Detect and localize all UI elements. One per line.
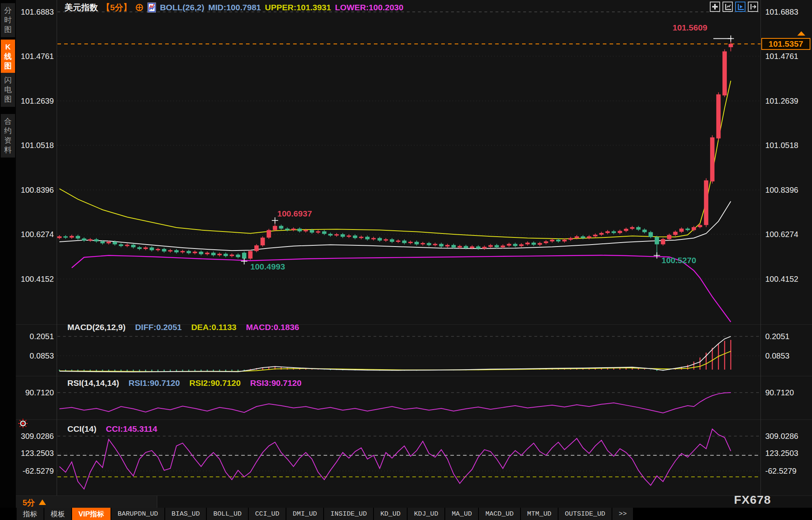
macd-dea-value: DEA:0.1133 [191, 323, 236, 332]
cci-panel-header: CCI(14) CCI:145.3114 [67, 424, 164, 434]
macd-panel-header: MACD(26,12,9) DIFF:0.2051 DEA:0.1133 MAC… [67, 323, 306, 332]
tab-overflow-chevron[interactable]: >> [612, 508, 633, 520]
chart-toolbar [710, 2, 758, 12]
macd-axis-label-right: 0.0853 [765, 351, 811, 361]
main-axis-label-right: 100.4152 [765, 274, 811, 284]
tab-KDJ_UD[interactable]: KDJ_UD [408, 508, 444, 520]
tab-INSIDE_UD[interactable]: INSIDE_UD [324, 508, 373, 520]
sidebar-item-3[interactable]: 闪电图 [1, 73, 15, 107]
boll-upper-value: UPPER:101.3931 [265, 3, 331, 12]
boll-name-label: BOLL(26,2) [160, 3, 204, 12]
rsi1-value: RSI1:90.7120 [129, 378, 180, 387]
swing-high-label: 100.6937 [277, 209, 312, 218]
cci-axis-label-left: 123.2503 [14, 448, 54, 458]
axis-play-icon[interactable] [735, 2, 745, 12]
macd-axis-label-left: 0.0853 [14, 351, 54, 361]
timeline-row: 5分 [16, 495, 812, 508]
move-icon[interactable] [710, 2, 720, 12]
main-axis-label-left: 101.0518 [14, 140, 54, 150]
main-axis-label-left: 101.4761 [14, 51, 54, 61]
cci-axis-label-right: 123.2503 [765, 448, 811, 458]
main-axis-label-left: 101.6883 [14, 7, 54, 17]
cci-axis-label-left: -62.5279 [14, 466, 54, 476]
main-axis-label-right: 101.6883 [765, 7, 811, 17]
rsi-title: RSI(14,14,14) [67, 378, 119, 387]
main-axis-label-right: 101.2639 [765, 96, 811, 106]
sidebar-item-2[interactable]: K线图 [1, 40, 15, 74]
tab-模板[interactable]: 模板 [44, 508, 71, 520]
macd-title: MACD(26,12,9) [67, 323, 126, 332]
chart-header: 美元指数 【5分】 BOLL(26,2) MID:100.7981 UPPER:… [65, 2, 403, 13]
swing-low-label: 100.4993 [250, 262, 285, 271]
rsi-axis-label-left: 90.7120 [14, 388, 54, 397]
main-axis-label-left: 100.4152 [14, 274, 54, 284]
current-price-box: 101.5357 [761, 38, 810, 50]
sidebar-item-4[interactable]: 合约资料 [1, 114, 15, 158]
live-indicator-icon [17, 418, 29, 429]
macd-macd-value: MACD:0.1836 [246, 323, 299, 332]
boll-lower-value: LOWER:100.2030 [335, 3, 404, 12]
period-label[interactable]: 【5分】 [102, 2, 132, 13]
pullback-low-label: 100.5270 [661, 256, 696, 265]
rsi-panel-header: RSI(14,14,14) RSI1:90.7120 RSI2:90.7120 … [67, 378, 309, 388]
tab-DMI_UD[interactable]: DMI_UD [286, 508, 323, 520]
cci-value: CCI:145.3114 [106, 424, 157, 433]
rsi3-value: RSI3:90.7120 [250, 378, 301, 387]
rsi-axis-label-right: 90.7120 [765, 388, 811, 397]
cci-axis-label-right: 309.0286 [765, 431, 811, 441]
tab-CCI_UD[interactable]: CCI_UD [249, 508, 286, 520]
cci-axis-label-left: 309.0286 [14, 431, 54, 441]
tab-OUTSIDE_UD[interactable]: OUTSIDE_UD [558, 508, 612, 520]
cci-title: CCI(14) [67, 424, 97, 433]
tab-指标[interactable]: 指标 [17, 508, 44, 520]
indicator-icon[interactable] [147, 2, 156, 13]
main-axis-label-right: 100.8396 [765, 185, 811, 195]
up-triangle-icon [39, 499, 46, 505]
main-axis-label-left: 101.2639 [14, 96, 54, 106]
tab-MACD_UD[interactable]: MACD_UD [479, 508, 520, 520]
indicator-tab-bar: 指标模板VIP指标BARUPDN_UDBIAS_UDBOLL_UDCCI_UDD… [0, 508, 812, 520]
axis-scale-icon[interactable] [722, 2, 733, 12]
pan-right-icon[interactable] [748, 2, 758, 12]
tab-KD_UD[interactable]: KD_UD [374, 508, 407, 520]
macd-axis-label-right: 0.2051 [765, 332, 811, 341]
main-axis-label-right: 101.0518 [765, 140, 811, 150]
timeframe-label: 5分 [23, 497, 35, 508]
macd-axis-label-left: 0.2051 [14, 332, 54, 341]
chart-type-sidebar: 分时图K线图闪电图合约资料 [0, 0, 16, 508]
tab-MA_UD[interactable]: MA_UD [445, 508, 478, 520]
session-high-label: 101.5609 [673, 23, 707, 32]
tab-BIAS_UD[interactable]: BIAS_UD [165, 508, 206, 520]
main-axis-label-right: 100.6274 [765, 230, 811, 239]
macd-diff-value: DIFF:0.2051 [135, 323, 182, 332]
price-up-arrow-icon [797, 31, 805, 36]
symbol-title: 美元指数 [65, 2, 98, 13]
main-axis-label-left: 100.8396 [14, 185, 54, 195]
target-icon[interactable] [135, 4, 143, 11]
rsi2-value: RSI2:90.7120 [189, 378, 241, 387]
boll-mid-value: MID:100.7981 [208, 3, 261, 12]
cci-axis-label-right: -62.5279 [765, 466, 811, 476]
main-axis-label-right: 101.4761 [765, 51, 811, 61]
timeline-block: 5分 [16, 496, 157, 508]
tab-VIP指标[interactable]: VIP指标 [72, 508, 111, 520]
sidebar-item-1[interactable]: 分时图 [1, 3, 15, 37]
brand-watermark: FX678 [734, 493, 771, 507]
tab-BARUPDN_UD[interactable]: BARUPDN_UD [111, 508, 164, 520]
main-axis-label-left: 100.6274 [14, 230, 54, 239]
tab-BOLL_UD[interactable]: BOLL_UD [207, 508, 248, 520]
tab-MTM_UD[interactable]: MTM_UD [521, 508, 558, 520]
